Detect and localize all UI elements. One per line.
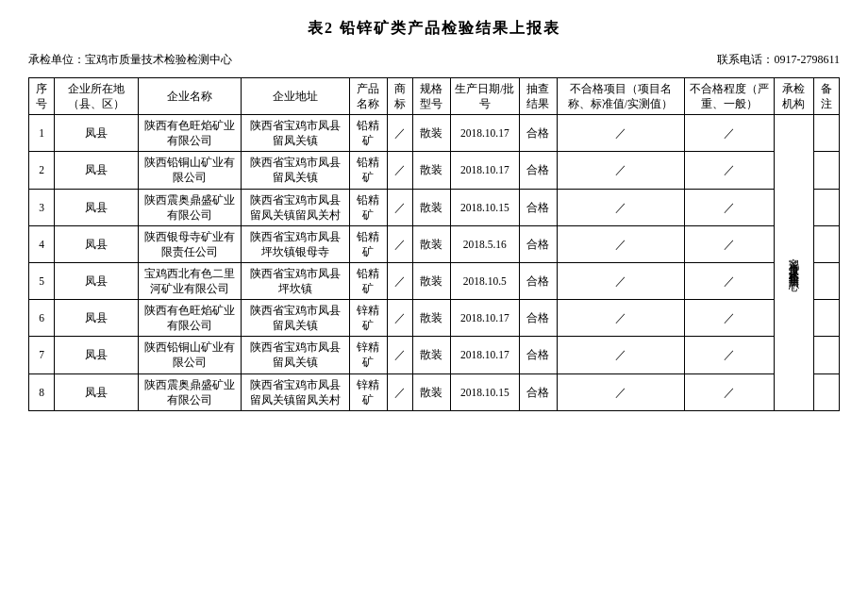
table-cell: 2018.10.17 bbox=[450, 115, 519, 152]
table-cell: 散装 bbox=[412, 189, 450, 225]
table-cell: ／ bbox=[387, 225, 412, 262]
table-cell: 5 bbox=[29, 262, 55, 299]
table-cell: 散装 bbox=[412, 152, 450, 189]
table-cell: 陕西省宝鸡市凤县留凤关镇 bbox=[241, 300, 349, 337]
table-cell: ／ bbox=[684, 225, 775, 262]
table-cell: ／ bbox=[557, 225, 684, 262]
table-cell: 陕西铅铜山矿业有限公司 bbox=[139, 337, 242, 373]
unit-label: 承检单位：宝鸡市质量技术检验检测中心 bbox=[28, 52, 232, 68]
table-cell: 凤县 bbox=[55, 189, 139, 225]
table-cell: 8 bbox=[29, 373, 55, 410]
col-unqualified-item: 不合格项目（项目名称、标准值/实测值） bbox=[557, 78, 684, 115]
table-cell: 凤县 bbox=[55, 300, 139, 337]
inspection-org-cell: 宝鸡市质量技术检验检测中心 bbox=[775, 115, 813, 411]
table-cell: 2018.10.15 bbox=[450, 189, 519, 225]
col-inspection-org: 承检机构 bbox=[775, 78, 813, 115]
table-cell: 2018.5.16 bbox=[450, 225, 519, 262]
col-seq: 序号 bbox=[29, 78, 55, 115]
table-cell: 散装 bbox=[412, 262, 450, 299]
table-cell: 陕西有色旺焰矿业有限公司 bbox=[139, 300, 242, 337]
table-cell: 2018.10.17 bbox=[450, 152, 519, 189]
table-cell: ／ bbox=[557, 189, 684, 225]
table-cell: 合格 bbox=[519, 115, 557, 152]
table-cell: ／ bbox=[557, 337, 684, 373]
note-cell bbox=[813, 262, 839, 299]
table-cell: 陕西银母寺矿业有限责任公司 bbox=[139, 225, 242, 262]
table-cell: ／ bbox=[387, 262, 412, 299]
table-cell: 铅精矿 bbox=[349, 189, 387, 225]
table-cell: 散装 bbox=[412, 225, 450, 262]
table-cell: 铅精矿 bbox=[349, 262, 387, 299]
table-cell: 3 bbox=[29, 189, 55, 225]
col-unqualified-degree: 不合格程度（严重、一般） bbox=[684, 78, 775, 115]
table-cell: ／ bbox=[387, 300, 412, 337]
note-cell bbox=[813, 115, 839, 152]
table-cell: ／ bbox=[387, 189, 412, 225]
table-cell: 陕西震奥鼎盛矿业有限公司 bbox=[139, 373, 242, 410]
table-cell: 锌精矿 bbox=[349, 300, 387, 337]
header-row: 承检单位：宝鸡市质量技术检验检测中心 联系电话：0917-2798611 bbox=[28, 52, 840, 68]
table-cell: ／ bbox=[684, 262, 775, 299]
table-cell: 锌精矿 bbox=[349, 337, 387, 373]
note-cell bbox=[813, 225, 839, 262]
table-cell: 铅精矿 bbox=[349, 115, 387, 152]
table-cell: ／ bbox=[387, 115, 412, 152]
table-cell: 合格 bbox=[519, 152, 557, 189]
table-cell: ／ bbox=[387, 373, 412, 410]
page-title: 表2 铅锌矿类产品检验结果上报表 bbox=[28, 19, 840, 39]
table-cell: 陕西省宝鸡市凤县留凤关镇留凤关村 bbox=[241, 373, 349, 410]
table-cell: 2018.10.15 bbox=[450, 373, 519, 410]
table-cell: 陕西省宝鸡市凤县留凤关镇 bbox=[241, 115, 349, 152]
table-cell: 合格 bbox=[519, 373, 557, 410]
table-cell: ／ bbox=[387, 152, 412, 189]
table-cell: ／ bbox=[557, 115, 684, 152]
table-cell: 散装 bbox=[412, 300, 450, 337]
table-cell: 合格 bbox=[519, 189, 557, 225]
note-cell bbox=[813, 337, 839, 373]
table-cell: ／ bbox=[557, 373, 684, 410]
table-cell: 散装 bbox=[412, 115, 450, 152]
table-cell: 7 bbox=[29, 337, 55, 373]
col-region: 企业所在地（县、区） bbox=[55, 78, 139, 115]
table-cell: 散装 bbox=[412, 337, 450, 373]
table-cell: 宝鸡西北有色二里河矿业有限公司 bbox=[139, 262, 242, 299]
table-cell: 陕西省宝鸡市凤县留凤关镇 bbox=[241, 337, 349, 373]
col-company: 企业名称 bbox=[139, 78, 242, 115]
table-cell: 合格 bbox=[519, 262, 557, 299]
table-cell: ／ bbox=[684, 373, 775, 410]
table-cell: 陕西有色旺焰矿业有限公司 bbox=[139, 115, 242, 152]
table-cell: 2018.10.17 bbox=[450, 337, 519, 373]
note-cell bbox=[813, 152, 839, 189]
col-date: 生产日期/批号 bbox=[450, 78, 519, 115]
table-cell: 凤县 bbox=[55, 373, 139, 410]
col-product: 产品名称 bbox=[349, 78, 387, 115]
table-cell: 4 bbox=[29, 225, 55, 262]
note-cell bbox=[813, 300, 839, 337]
table-cell: ／ bbox=[684, 189, 775, 225]
table-cell: ／ bbox=[684, 152, 775, 189]
col-address: 企业地址 bbox=[241, 78, 349, 115]
table-cell: 陕西震奥鼎盛矿业有限公司 bbox=[139, 189, 242, 225]
table-cell: 散装 bbox=[412, 373, 450, 410]
table-cell: ／ bbox=[557, 152, 684, 189]
table-cell: 合格 bbox=[519, 300, 557, 337]
main-table: 序号 企业所在地（县、区） 企业名称 企业地址 产品名称 商标 规格型号 生产日… bbox=[28, 77, 840, 411]
table-cell: ／ bbox=[387, 337, 412, 373]
table-cell: 合格 bbox=[519, 337, 557, 373]
table-cell: 2018.10.5 bbox=[450, 262, 519, 299]
table-cell: 1 bbox=[29, 115, 55, 152]
table-cell: 陕西省宝鸡市凤县坪坎镇 bbox=[241, 262, 349, 299]
table-cell: 合格 bbox=[519, 225, 557, 262]
col-note: 备注 bbox=[813, 78, 839, 115]
table-cell: 陕西省宝鸡市凤县坪坎镇银母寺 bbox=[241, 225, 349, 262]
table-cell: 2 bbox=[29, 152, 55, 189]
phone-label: 联系电话：0917-2798611 bbox=[717, 52, 840, 68]
table-cell: 凤县 bbox=[55, 115, 139, 152]
col-result: 抽查结果 bbox=[519, 78, 557, 115]
table-cell: 凤县 bbox=[55, 225, 139, 262]
table-cell: ／ bbox=[557, 262, 684, 299]
table-cell: ／ bbox=[684, 115, 775, 152]
note-cell bbox=[813, 189, 839, 225]
table-cell: 凤县 bbox=[55, 262, 139, 299]
table-cell: 6 bbox=[29, 300, 55, 337]
